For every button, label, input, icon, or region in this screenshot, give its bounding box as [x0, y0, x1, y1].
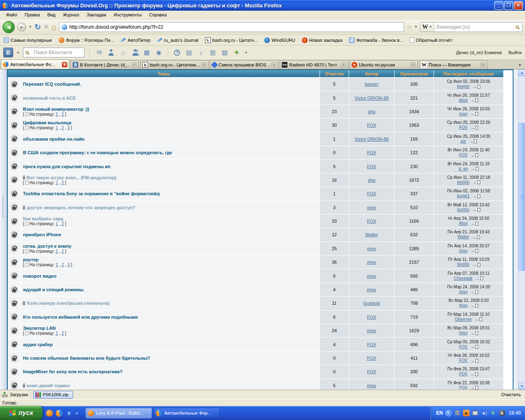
author-link[interactable]: keeper: [365, 82, 379, 87]
tab-close-icon[interactable]: x: [201, 62, 207, 68]
author-link[interactable]: Walter: [365, 232, 378, 237]
lastpost-author-link[interactable]: mixx: [459, 331, 468, 336]
tab-close-icon[interactable]: x: [271, 62, 276, 68]
topic-title[interactable]: комп-дикий тормоз: [27, 383, 70, 388]
lastpost-author-link[interactable]: FOX: [459, 345, 468, 349]
firefox-quicklaunch-icon[interactable]: [56, 410, 63, 417]
lastpost-author-link[interactable]: Chuvaaak: [454, 276, 472, 281]
lastpost-author-link[interactable]: mixx: [459, 303, 468, 308]
topic-row[interactable]: Toshiba отомстила Sony за поражение в "в…: [8, 187, 513, 200]
page-link[interactable]: 1: [56, 262, 58, 267]
splitter-handle[interactable]: [2, 196, 4, 217]
bookmark-item[interactable]: Обратный отсчёт: [410, 37, 452, 43]
author-link[interactable]: mixx: [367, 205, 377, 210]
topic-title[interactable]: роутер: [23, 257, 39, 262]
language-indicator[interactable]: EN: [436, 410, 443, 416]
video-icon[interactable]: ◉: [154, 48, 163, 57]
history-dropdown-icon[interactable]: ▼: [29, 25, 32, 29]
download-file-button[interactable]: P5K1006.zip: [33, 391, 73, 399]
page-link[interactable]: 2: [62, 262, 64, 267]
lastpost-author-link[interactable]: tim00n: [457, 180, 469, 185]
vk-button[interactable]: B: [3, 48, 13, 57]
browser-tab-3[interactable]: Смена прошивок BIOS ...x: [210, 60, 278, 69]
topic-title[interactable]: Эмулятор LAN: [23, 326, 56, 331]
vk-dropdown-icon[interactable]: ▼: [16, 51, 20, 55]
goto-last-post-icon[interactable]: →: [470, 222, 478, 226]
notes-icon[interactable]: ▥: [208, 48, 217, 57]
author-link[interactable]: FOX: [367, 123, 377, 128]
goto-last-post-icon[interactable]: →: [472, 208, 480, 212]
goto-last-post-icon[interactable]: →: [470, 290, 478, 294]
author-link[interactable]: mixx: [367, 328, 377, 333]
page-link[interactable]: 1: [56, 249, 58, 253]
topic-title[interactable]: Взял новый коммуникатор :)): [23, 107, 89, 112]
keys-tray-icon[interactable]: ⚿: [454, 410, 461, 416]
quicklaunch-more-icon[interactable]: »: [75, 411, 78, 415]
topic-title[interactable]: незванный гость в ACE: [23, 96, 76, 100]
topic-row[interactable]: Не совсем обычные банкоматы или будьте б…: [8, 352, 513, 365]
author-link[interactable]: FOX: [367, 356, 377, 361]
lastpost-author-link[interactable]: tim00n: [457, 262, 469, 267]
lastpost-author-link[interactable]: d_en: [459, 167, 468, 171]
goto-last-post-icon[interactable]: →: [470, 126, 478, 130]
tab-close-icon[interactable]: x: [132, 62, 137, 68]
aimp-quicklaunch-icon[interactable]: [46, 410, 53, 417]
author-link[interactable]: FOX: [367, 219, 377, 224]
topic-title[interactable]: Как выбрать хард: [23, 216, 63, 221]
browser-tab-1[interactable]: BВ Контакте | Денис (d_...x: [71, 60, 139, 69]
author-link[interactable]: mixx: [367, 287, 377, 292]
topic-row[interactable]: прога нужна для скрытия/ подмены ип5FOX2…: [8, 160, 513, 173]
topic-row[interactable]: Как выбрать хард[ На страницу:1,2 ]20FOX…: [8, 215, 513, 228]
goto-last-post-icon[interactable]: →: [472, 85, 480, 89]
author-link[interactable]: FOX: [367, 164, 377, 169]
tab-close-icon[interactable]: x: [411, 62, 416, 68]
search-placeholder[interactable]: Википедия (ru): [434, 24, 516, 30]
topic-row[interactable]: Цифровая мыльница[ На страницу:1,2,3 ]30…: [8, 119, 513, 132]
menu-item-1[interactable]: Правка: [21, 11, 43, 18]
player-tray-icon[interactable]: ▶: [463, 410, 470, 416]
topic-title[interactable]: ImageMixer for sony или есть альтернатив…: [23, 369, 122, 374]
search-engine-icon[interactable]: W▼: [420, 23, 434, 32]
page-link[interactable]: 1: [56, 112, 58, 116]
bookmark-item[interactable]: WindGURU: [264, 37, 295, 43]
task-button-1[interactable]: Автомобильные Фор...: [153, 408, 220, 418]
lastpost-author-link[interactable]: FOX: [459, 358, 468, 363]
author-link[interactable]: mixx: [367, 260, 377, 265]
author-link[interactable]: Victor ORION-88: [355, 137, 389, 142]
goto-last-post-icon[interactable]: →: [470, 345, 478, 349]
topic-row[interactable]: незванный гость в ACE5Victor ORION-88321…: [8, 91, 513, 104]
topic-title[interactable]: приобрел iPhone: [23, 232, 61, 237]
search-magnifier-icon[interactable]: [516, 25, 519, 29]
topic-title[interactable]: В США создали программу: с ее помощью мо…: [23, 150, 172, 155]
topic-row[interactable]: Вот такую штуку взял... (FM-модулятор)[ …: [8, 173, 513, 187]
topic-row[interactable]: ImageMixer for sony или есть альтернатив…: [8, 365, 513, 378]
home-icon[interactable]: ⌂: [119, 48, 128, 57]
goto-last-post-icon[interactable]: →: [470, 98, 478, 102]
goto-last-post-icon[interactable]: →: [472, 235, 480, 239]
music-icon[interactable]: ♪: [196, 48, 205, 57]
browser-tab-2[interactable]: bbash.org.ru - Цитатник...x: [140, 60, 209, 69]
network-tray-icon[interactable]: [472, 411, 478, 415]
lastpost-author-link[interactable]: FOX: [459, 125, 468, 130]
topic-title[interactable]: Toshiba отомстила Sony за поражение в "в…: [23, 191, 160, 196]
browser-tab-5[interactable]: Ubuntu по-русскиx: [349, 60, 418, 69]
task-button-0[interactable]: Lexy & K-Paul - Bullet...: [85, 408, 152, 418]
lastpost-author-link[interactable]: mixx: [459, 290, 468, 294]
page-link[interactable]: 2: [62, 221, 64, 226]
author-link[interactable]: FOX: [367, 369, 377, 374]
menu-item-2[interactable]: Вид: [43, 11, 59, 18]
page-link[interactable]: 1: [56, 126, 58, 130]
browser-tab-0[interactable]: Автомобильные Фо...x: [1, 59, 69, 69]
vk-search-input[interactable]: Поиск ВКонтакте: [23, 48, 84, 57]
menu-item-3[interactable]: Журнал: [59, 11, 83, 18]
scrollbar-thumb[interactable]: [518, 123, 525, 271]
topic-row[interactable]: роутер[ На страницу:1,2,3 ]36mixx2157Пт …: [8, 256, 513, 269]
lastpost-author-link[interactable]: FOX: [459, 372, 468, 377]
update-tray-icon[interactable]: ↯: [490, 410, 496, 416]
add-icon[interactable]: +: [232, 48, 241, 57]
back-button[interactable]: ◄: [2, 21, 15, 33]
menu-item-6[interactable]: Справка: [145, 11, 170, 18]
author-link[interactable]: mixx: [367, 383, 377, 388]
goto-last-post-icon[interactable]: →: [470, 112, 478, 116]
lastpost-author-link[interactable]: keeper: [457, 84, 470, 89]
